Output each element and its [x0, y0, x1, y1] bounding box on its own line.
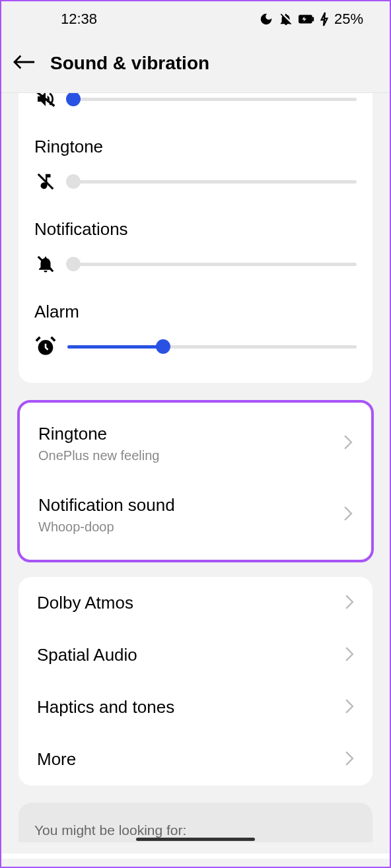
alarm-slider[interactable] [67, 345, 357, 349]
haptics-label: Haptics and tones [37, 697, 174, 718]
chevron-right-icon [345, 595, 354, 612]
haptics-item[interactable]: Haptics and tones [18, 681, 373, 733]
alarm-clock-icon [34, 335, 57, 358]
ringtone-slider-row: Ringtone [34, 110, 357, 193]
battery-percent: 25% [334, 11, 363, 28]
notification-sound-item[interactable]: Notification sound Whoop-doop [20, 479, 371, 551]
content-area: Ringtone Notifications [1, 92, 390, 859]
status-bar: 12:38 25% [1, 1, 390, 34]
music-off-icon [34, 170, 57, 193]
status-icons: 25% [259, 11, 363, 28]
ringtone-item[interactable]: Ringtone OnePlus new feeling [20, 408, 371, 479]
ringtone-slider[interactable] [67, 180, 357, 184]
more-settings-card: Dolby Atmos Spatial Audio Haptics and to… [18, 577, 373, 785]
dolby-atmos-label: Dolby Atmos [37, 593, 133, 613]
page-header: Sound & vibration [1, 34, 390, 92]
volume-card: Ringtone Notifications [18, 92, 373, 383]
notifications-slider[interactable] [67, 263, 357, 266]
media-slider-row [34, 92, 357, 110]
footer-hint-card: You might be looking for: [18, 803, 373, 842]
chevron-right-icon [343, 506, 353, 523]
ringtone-item-label: Ringtone [38, 424, 159, 444]
more-item[interactable]: More [18, 733, 373, 785]
media-slider[interactable] [67, 98, 357, 101]
sound-select-card: Ringtone OnePlus new feeling Notificatio… [17, 400, 374, 562]
alarm-slider-label: Alarm [34, 302, 357, 322]
chevron-right-icon [345, 751, 354, 768]
chevron-right-icon [343, 435, 353, 452]
dnd-moon-icon [259, 12, 273, 26]
notifications-slider-row: Notifications [34, 193, 357, 275]
status-time: 12:38 [61, 11, 97, 28]
battery-icon [299, 14, 314, 24]
bell-slash-icon [34, 253, 57, 275]
spatial-audio-label: Spatial Audio [37, 645, 137, 665]
notifications-slider-label: Notifications [34, 219, 357, 240]
bell-off-icon [279, 12, 293, 26]
footer-hint-text: You might be looking for: [34, 822, 186, 838]
alarm-slider-row: Alarm [34, 275, 357, 358]
notification-sound-value: Whoop-doop [38, 519, 175, 535]
spatial-audio-item[interactable]: Spatial Audio [18, 629, 373, 681]
notification-sound-label: Notification sound [38, 495, 175, 516]
ringtone-slider-label: Ringtone [34, 137, 357, 157]
chevron-right-icon [345, 647, 354, 664]
back-arrow-icon[interactable] [13, 54, 36, 73]
chevron-right-icon [345, 699, 354, 716]
svg-rect-1 [312, 17, 314, 21]
ringtone-item-value: OnePlus new feeling [38, 448, 159, 463]
dolby-atmos-item[interactable]: Dolby Atmos [18, 577, 373, 629]
home-indicator[interactable] [136, 838, 255, 841]
speaker-off-icon [34, 92, 57, 110]
charging-icon [320, 12, 329, 26]
page-title: Sound & vibration [50, 53, 209, 74]
more-label: More [37, 749, 76, 770]
